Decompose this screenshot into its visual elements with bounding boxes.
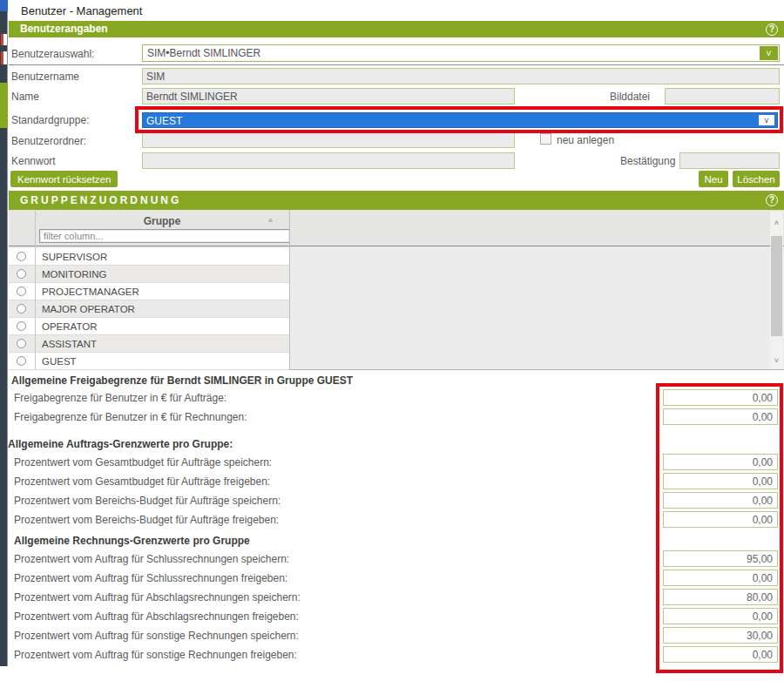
benutzerordner-label: Benutzerordner: — [11, 135, 86, 147]
cell-divider — [35, 318, 36, 335]
group-name: ASSISTANT — [42, 339, 97, 349]
limit-value-field[interactable] — [663, 550, 778, 567]
group-name: OPERATOR — [42, 321, 97, 332]
group-radio[interactable] — [17, 269, 26, 279]
group-name: MONITORING — [42, 269, 107, 280]
bestaetigung-field[interactable] — [679, 152, 780, 169]
group-table: Gruppe ▲ SUPERVISOR MONITORING PROJECTMA… — [9, 210, 784, 370]
dock-strip — [0, 0, 8, 666]
window-title: Benutzer - Management — [21, 4, 142, 17]
kennwort-ruecksetzen-button[interactable]: Kennwort rücksetzen — [10, 171, 118, 187]
benutzername-field[interactable] — [142, 68, 780, 84]
neu-button[interactable]: Neu — [699, 171, 728, 187]
kennwort-field[interactable] — [142, 152, 515, 169]
limit-label: Prozentwert vom Gesamtbudget für Aufträg… — [14, 475, 270, 488]
limit-value-field[interactable] — [663, 473, 778, 489]
table-scrollbar[interactable]: ˄ ˅ — [770, 212, 783, 369]
scroll-up-icon[interactable]: ˄ — [770, 217, 783, 230]
dock-pinned-icon-2[interactable] — [1, 51, 7, 64]
limit-label: Prozentwert vom Auftrag für Abschlagsrec… — [14, 610, 299, 623]
limit-value-field[interactable] — [663, 627, 778, 644]
benutzerauswahl-combobox[interactable]: SIM•Berndt SIMLINGER ˅ — [142, 44, 780, 62]
neu-anlegen-checkbox[interactable] — [540, 133, 551, 145]
benutzername-label: Benutzername — [11, 71, 79, 83]
group-radio[interactable] — [17, 304, 26, 314]
column-divider — [289, 210, 290, 370]
dock-pinned-icon-1[interactable] — [1, 34, 7, 45]
limit-value-field[interactable] — [663, 608, 778, 624]
kennwort-label: Kennwort — [11, 155, 56, 167]
neu-anlegen-label: neu anlegen — [557, 134, 614, 146]
cell-divider — [35, 353, 36, 370]
benutzerauswahl-label: Benutzerauswahl: — [11, 48, 94, 60]
limit-label: Prozentwert vom Auftrag für Abschlagsrec… — [14, 591, 301, 603]
limit-value-field[interactable] — [663, 408, 778, 425]
table-row[interactable]: GUEST — [9, 353, 289, 370]
help-icon[interactable]: ? — [766, 24, 778, 36]
limit-label: Prozentwert vom Auftrag für sonstige Rec… — [14, 649, 297, 661]
group-name: GUEST — [42, 356, 77, 367]
filter-column-input[interactable] — [39, 229, 290, 243]
bilddatei-label: Bilddatei — [610, 91, 650, 103]
name-field[interactable] — [142, 88, 515, 105]
scrollbar-thumb[interactable] — [771, 236, 782, 336]
standardgruppe-label: Standardgruppe: — [11, 114, 89, 126]
limit-label: Freigabegrenze für Benutzer in € für Auf… — [14, 392, 226, 404]
dock-app-icon[interactable] — [0, 0, 8, 11]
limit-value-field[interactable] — [663, 511, 778, 528]
group-table-header: Gruppe ▲ — [9, 210, 784, 246]
table-row[interactable]: PROJECTMANAGER — [9, 283, 289, 300]
name-label: Name — [11, 91, 39, 103]
loeschen-button[interactable]: Löschen — [733, 171, 780, 187]
group-name: SUPERVISOR — [42, 252, 107, 262]
limit-value-field[interactable] — [663, 389, 778, 406]
section-divider — [9, 64, 784, 65]
group-radio[interactable] — [17, 356, 26, 366]
section-heading: Allgemeine Freigabegrenze für Berndt SIM… — [11, 374, 353, 387]
bilddatei-field[interactable] — [665, 88, 780, 105]
sort-asc-icon[interactable]: ▲ — [267, 215, 274, 224]
group-radio[interactable] — [17, 252, 26, 261]
group-name: PROJECTMANAGER — [42, 287, 139, 297]
group-radio[interactable] — [17, 287, 26, 296]
group-radio[interactable] — [17, 339, 26, 348]
benutzerauswahl-dropdown-icon[interactable]: ˅ — [760, 46, 778, 60]
gruppenzuordnung-header: GRUPPENZUORDNUNG ? — [9, 191, 784, 210]
benutzerangaben-header-title: Benutzerangaben — [20, 23, 108, 35]
limit-value-field[interactable] — [663, 570, 778, 586]
section-heading: Allgemeine Rechnungs-Grenzwerte pro Grup… — [14, 535, 250, 547]
help-icon[interactable]: ? — [766, 194, 778, 206]
benutzerauswahl-value: SIM•Berndt SIMLINGER — [147, 47, 260, 59]
table-row[interactable]: ASSISTANT — [9, 335, 289, 353]
limit-label: Prozentwert vom Auftrag für Schlussrechn… — [14, 553, 289, 565]
benutzerangaben-header: Benutzerangaben ? — [9, 21, 784, 37]
table-row[interactable]: MAJOR OPERATOR — [9, 300, 289, 318]
group-name: MAJOR OPERATOR — [42, 304, 135, 314]
limit-value-field[interactable] — [663, 454, 778, 470]
standardgruppe-select[interactable]: GUEST ˅ — [142, 112, 778, 128]
cell-divider — [35, 283, 36, 300]
window-titlebar: Benutzer - Management — [9, 0, 784, 21]
table-row[interactable]: SUPERVISOR — [9, 248, 289, 266]
limit-label: Prozentwert vom Auftrag für Schlussrechn… — [14, 572, 287, 584]
cell-divider — [35, 248, 36, 266]
limit-label: Freigabegrenze für Benutzer in € für Rec… — [14, 411, 247, 423]
limit-label: Prozentwert vom Bereichs-Budget für Auft… — [14, 495, 280, 507]
table-row[interactable]: MONITORING — [9, 266, 289, 283]
benutzerordner-field[interactable] — [142, 131, 515, 148]
dock-active-segment — [0, 83, 8, 128]
gruppe-column-header[interactable]: Gruppe — [35, 215, 289, 227]
cell-divider — [35, 266, 36, 283]
group-radio[interactable] — [17, 321, 26, 331]
limit-label: Prozentwert vom Gesamtbudget für Aufträg… — [14, 456, 272, 469]
limit-value-field[interactable] — [663, 492, 778, 509]
table-row[interactable]: OPERATOR — [9, 318, 289, 335]
cell-divider — [35, 300, 36, 318]
limit-value-field[interactable] — [663, 589, 778, 605]
standardgruppe-dropdown-icon[interactable]: ˅ — [758, 114, 775, 126]
limit-value-field[interactable] — [663, 646, 778, 663]
bestaetigung-label: Bestätigung — [620, 155, 675, 167]
standardgruppe-value: GUEST — [146, 115, 182, 127]
limit-label: Prozentwert vom Bereichs-Budget für Auft… — [14, 514, 279, 526]
scroll-down-icon[interactable]: ˅ — [770, 354, 783, 367]
